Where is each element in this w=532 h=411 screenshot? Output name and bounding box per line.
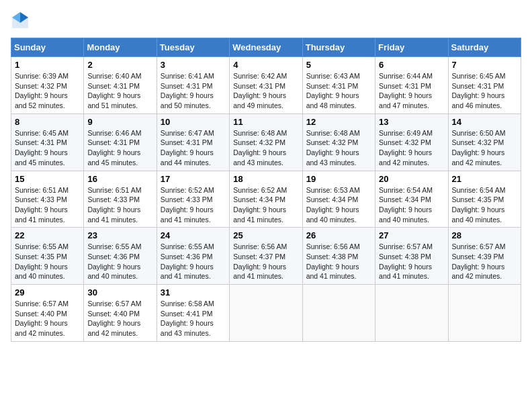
day-info: Sunrise: 6:39 AM Sunset: 4:32 PM Dayligh… bbox=[15, 71, 80, 111]
calendar-day-cell: 28Sunrise: 6:57 AM Sunset: 4:39 PM Dayli… bbox=[448, 228, 521, 285]
day-number: 18 bbox=[233, 174, 298, 184]
day-number: 2 bbox=[87, 60, 152, 70]
day-info: Sunrise: 6:57 AM Sunset: 4:40 PM Dayligh… bbox=[15, 299, 80, 338]
calendar-day-cell bbox=[302, 285, 375, 342]
day-info: Sunrise: 6:41 AM Sunset: 4:31 PM Dayligh… bbox=[161, 71, 226, 111]
calendar-day-cell: 10Sunrise: 6:47 AM Sunset: 4:31 PM Dayli… bbox=[157, 113, 229, 171]
calendar-day-cell: 27Sunrise: 6:57 AM Sunset: 4:38 PM Dayli… bbox=[375, 228, 448, 285]
calendar-day-cell: 2Sunrise: 6:40 AM Sunset: 4:31 PM Daylig… bbox=[84, 57, 157, 114]
calendar-day-cell: 1Sunrise: 6:39 AM Sunset: 4:32 PM Daylig… bbox=[11, 57, 84, 114]
calendar-day-cell: 19Sunrise: 6:53 AM Sunset: 4:34 PM Dayli… bbox=[302, 171, 375, 228]
day-number: 7 bbox=[452, 60, 517, 70]
calendar-day-cell: 7Sunrise: 6:45 AM Sunset: 4:31 PM Daylig… bbox=[448, 57, 521, 114]
day-number: 8 bbox=[15, 117, 80, 127]
day-number: 25 bbox=[233, 230, 298, 240]
calendar-day-cell: 30Sunrise: 6:57 AM Sunset: 4:40 PM Dayli… bbox=[84, 285, 157, 342]
calendar-day-cell: 13Sunrise: 6:49 AM Sunset: 4:32 PM Dayli… bbox=[375, 113, 448, 171]
day-info: Sunrise: 6:55 AM Sunset: 4:36 PM Dayligh… bbox=[87, 242, 152, 281]
calendar-week-row: 22Sunrise: 6:55 AM Sunset: 4:35 PM Dayli… bbox=[11, 228, 521, 285]
day-number: 20 bbox=[379, 174, 444, 184]
day-number: 6 bbox=[379, 60, 444, 70]
day-info: Sunrise: 6:52 AM Sunset: 4:34 PM Dayligh… bbox=[233, 185, 298, 225]
day-info: Sunrise: 6:56 AM Sunset: 4:37 PM Dayligh… bbox=[233, 242, 298, 281]
day-info: Sunrise: 6:54 AM Sunset: 4:34 PM Dayligh… bbox=[379, 185, 444, 225]
day-number: 31 bbox=[161, 287, 226, 298]
day-info: Sunrise: 6:48 AM Sunset: 4:32 PM Dayligh… bbox=[306, 128, 371, 168]
day-info: Sunrise: 6:57 AM Sunset: 4:38 PM Dayligh… bbox=[379, 242, 444, 281]
calendar-day-cell bbox=[375, 285, 448, 342]
day-number: 11 bbox=[233, 117, 298, 127]
calendar-day-cell: 21Sunrise: 6:54 AM Sunset: 4:35 PM Dayli… bbox=[448, 171, 521, 228]
weekday-header: Sunday bbox=[11, 38, 84, 57]
day-info: Sunrise: 6:47 AM Sunset: 4:31 PM Dayligh… bbox=[161, 128, 226, 168]
calendar-day-cell: 5Sunrise: 6:43 AM Sunset: 4:31 PM Daylig… bbox=[302, 57, 375, 114]
day-number: 13 bbox=[379, 117, 444, 127]
day-info: Sunrise: 6:57 AM Sunset: 4:40 PM Dayligh… bbox=[87, 299, 152, 338]
day-number: 24 bbox=[161, 230, 226, 240]
day-info: Sunrise: 6:58 AM Sunset: 4:41 PM Dayligh… bbox=[161, 299, 226, 338]
day-info: Sunrise: 6:56 AM Sunset: 4:38 PM Dayligh… bbox=[306, 242, 371, 281]
day-number: 23 bbox=[87, 230, 152, 240]
day-number: 1 bbox=[15, 60, 80, 70]
day-info: Sunrise: 6:51 AM Sunset: 4:33 PM Dayligh… bbox=[15, 185, 80, 225]
day-number: 3 bbox=[161, 60, 226, 70]
day-info: Sunrise: 6:52 AM Sunset: 4:33 PM Dayligh… bbox=[161, 185, 226, 225]
calendar-week-row: 29Sunrise: 6:57 AM Sunset: 4:40 PM Dayli… bbox=[11, 285, 521, 342]
day-number: 21 bbox=[452, 174, 517, 184]
day-number: 29 bbox=[15, 287, 80, 298]
day-number: 12 bbox=[306, 117, 371, 127]
weekday-header: Tuesday bbox=[157, 38, 229, 57]
calendar-day-cell: 16Sunrise: 6:51 AM Sunset: 4:33 PM Dayli… bbox=[84, 171, 157, 228]
day-info: Sunrise: 6:50 AM Sunset: 4:32 PM Dayligh… bbox=[452, 128, 517, 168]
day-number: 30 bbox=[87, 287, 152, 298]
calendar-day-cell: 4Sunrise: 6:42 AM Sunset: 4:31 PM Daylig… bbox=[230, 57, 302, 114]
weekday-header: Thursday bbox=[302, 38, 375, 57]
day-info: Sunrise: 6:55 AM Sunset: 4:36 PM Dayligh… bbox=[161, 242, 226, 281]
page-header bbox=[11, 11, 521, 30]
day-number: 16 bbox=[87, 174, 152, 184]
day-number: 19 bbox=[306, 174, 371, 184]
weekday-header: Wednesday bbox=[230, 38, 302, 57]
calendar-day-cell: 8Sunrise: 6:45 AM Sunset: 4:31 PM Daylig… bbox=[11, 113, 84, 171]
day-number: 15 bbox=[15, 174, 80, 184]
calendar-day-cell: 25Sunrise: 6:56 AM Sunset: 4:37 PM Dayli… bbox=[230, 228, 302, 285]
day-info: Sunrise: 6:43 AM Sunset: 4:31 PM Dayligh… bbox=[306, 71, 371, 111]
calendar-day-cell: 20Sunrise: 6:54 AM Sunset: 4:34 PM Dayli… bbox=[375, 171, 448, 228]
calendar-day-cell: 3Sunrise: 6:41 AM Sunset: 4:31 PM Daylig… bbox=[157, 57, 229, 114]
day-number: 26 bbox=[306, 230, 371, 240]
day-info: Sunrise: 6:42 AM Sunset: 4:31 PM Dayligh… bbox=[233, 71, 298, 111]
calendar-header: SundayMondayTuesdayWednesdayThursdayFrid… bbox=[11, 38, 521, 57]
weekday-header: Monday bbox=[84, 38, 157, 57]
calendar-day-cell: 23Sunrise: 6:55 AM Sunset: 4:36 PM Dayli… bbox=[84, 228, 157, 285]
calendar-week-row: 1Sunrise: 6:39 AM Sunset: 4:32 PM Daylig… bbox=[11, 57, 521, 114]
calendar-day-cell: 6Sunrise: 6:44 AM Sunset: 4:31 PM Daylig… bbox=[375, 57, 448, 114]
day-info: Sunrise: 6:45 AM Sunset: 4:31 PM Dayligh… bbox=[452, 71, 517, 111]
calendar-table: SundayMondayTuesdayWednesdayThursdayFrid… bbox=[11, 38, 521, 342]
day-info: Sunrise: 6:51 AM Sunset: 4:33 PM Dayligh… bbox=[87, 185, 152, 225]
day-number: 9 bbox=[87, 117, 152, 127]
calendar-day-cell: 24Sunrise: 6:55 AM Sunset: 4:36 PM Dayli… bbox=[157, 228, 229, 285]
calendar-day-cell bbox=[448, 285, 521, 342]
calendar-day-cell: 29Sunrise: 6:57 AM Sunset: 4:40 PM Dayli… bbox=[11, 285, 84, 342]
calendar-week-row: 8Sunrise: 6:45 AM Sunset: 4:31 PM Daylig… bbox=[11, 113, 521, 171]
day-info: Sunrise: 6:54 AM Sunset: 4:35 PM Dayligh… bbox=[452, 185, 517, 225]
day-number: 28 bbox=[452, 230, 517, 240]
calendar-day-cell: 22Sunrise: 6:55 AM Sunset: 4:35 PM Dayli… bbox=[11, 228, 84, 285]
calendar-day-cell: 14Sunrise: 6:50 AM Sunset: 4:32 PM Dayli… bbox=[448, 113, 521, 171]
day-info: Sunrise: 6:48 AM Sunset: 4:32 PM Dayligh… bbox=[233, 128, 298, 168]
day-number: 17 bbox=[161, 174, 226, 184]
logo-icon bbox=[11, 11, 30, 30]
day-number: 22 bbox=[15, 230, 80, 240]
calendar-day-cell: 26Sunrise: 6:56 AM Sunset: 4:38 PM Dayli… bbox=[302, 228, 375, 285]
day-info: Sunrise: 6:55 AM Sunset: 4:35 PM Dayligh… bbox=[15, 242, 80, 281]
calendar-week-row: 15Sunrise: 6:51 AM Sunset: 4:33 PM Dayli… bbox=[11, 171, 521, 228]
calendar-day-cell: 11Sunrise: 6:48 AM Sunset: 4:32 PM Dayli… bbox=[230, 113, 302, 171]
weekday-header: Saturday bbox=[448, 38, 521, 57]
calendar-day-cell: 18Sunrise: 6:52 AM Sunset: 4:34 PM Dayli… bbox=[230, 171, 302, 228]
calendar-day-cell: 12Sunrise: 6:48 AM Sunset: 4:32 PM Dayli… bbox=[302, 113, 375, 171]
weekday-header: Friday bbox=[375, 38, 448, 57]
day-info: Sunrise: 6:40 AM Sunset: 4:31 PM Dayligh… bbox=[87, 71, 152, 111]
day-info: Sunrise: 6:53 AM Sunset: 4:34 PM Dayligh… bbox=[306, 185, 371, 225]
calendar-day-cell bbox=[230, 285, 302, 342]
calendar-day-cell: 31Sunrise: 6:58 AM Sunset: 4:41 PM Dayli… bbox=[157, 285, 229, 342]
